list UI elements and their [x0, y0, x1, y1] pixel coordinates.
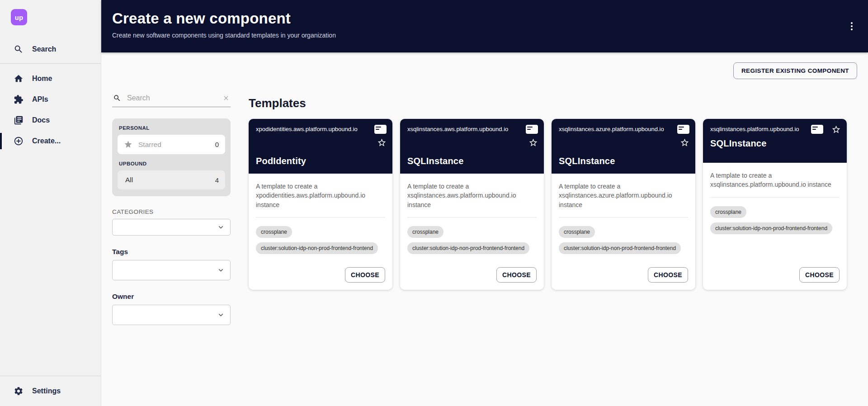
kebab-menu-icon[interactable] [847, 20, 856, 33]
search-icon [14, 44, 24, 54]
template-card-body: A template to create a xpodidentities.aw… [249, 174, 392, 290]
template-card-title: SQLInstance [407, 156, 537, 166]
filter-starred[interactable]: Starred 0 [118, 135, 225, 154]
tag-chip: crossplane [559, 226, 595, 238]
template-card-sqlinstance: xsqlinstances.platform.upbound.io SQLIns… [703, 119, 847, 290]
tag-chip: cluster:solution-idp-non-prod-frontend-f… [710, 222, 832, 234]
template-card-body: A template to create a xsqlinstances.aws… [400, 174, 544, 290]
actions-row: REGISTER EXISTING COMPONENT [112, 62, 857, 79]
template-card-podidentity: xpodidentities.aws.platform.upbound.io P… [249, 119, 392, 290]
choose-button[interactable]: CHOOSE [496, 267, 537, 283]
template-icon [526, 125, 538, 134]
tag-chip: cluster:solution-idp-non-prod-frontend-f… [559, 242, 681, 254]
sidebar-item-settings[interactable]: Settings [0, 381, 101, 401]
sidebar-item-label: Home [32, 75, 52, 83]
tag-chip: crossplane [710, 206, 746, 218]
page-header: Create a new component Create new softwa… [101, 0, 868, 52]
sidebar-item-label: Search [32, 45, 56, 53]
choose-button[interactable]: CHOOSE [345, 267, 385, 283]
chevron-down-icon [217, 223, 225, 231]
template-card-type: xpodidentities.aws.platform.upbound.io [256, 126, 385, 133]
sidebar-item-create[interactable]: Create... [0, 131, 101, 151]
template-card-description: A template to create a xpodidentities.aw… [256, 182, 385, 209]
page-title: Create a new component [112, 10, 857, 27]
star-outline-icon[interactable] [377, 138, 387, 147]
template-card-type: xsqlinstances.aws.platform.upbound.io [407, 126, 537, 133]
star-outline-icon[interactable] [528, 138, 538, 147]
tags-filter-group: Tags [112, 248, 231, 280]
template-card-header: xsqlinstances.aws.platform.upbound.io SQ… [400, 119, 544, 174]
card-divider [559, 217, 688, 217]
filter-all-count: 4 [215, 176, 219, 184]
sidebar-item-home[interactable]: Home [0, 68, 101, 89]
choose-button[interactable]: CHOOSE [648, 267, 688, 283]
tag-chip: crossplane [407, 226, 443, 238]
logo-text: up [15, 14, 23, 21]
filter-all-label: All [125, 176, 215, 184]
puzzle-icon [14, 94, 24, 104]
page-content: REGISTER EXISTING COMPONENT PERSONAL Sta… [101, 52, 868, 406]
owner-label: Owner [112, 293, 231, 301]
home-icon [14, 74, 24, 84]
sidebar-divider [0, 63, 101, 64]
clear-search-icon[interactable] [222, 94, 230, 102]
categories-select[interactable] [112, 219, 231, 236]
choose-row: CHOOSE [256, 267, 385, 283]
template-card-title: SQLInstance [559, 156, 688, 166]
template-card-header: xsqlinstances.azure.platform.upbound.io … [552, 119, 695, 174]
sidebar-spacer [0, 151, 101, 372]
filter-starred-count: 0 [215, 141, 219, 148]
owner-select[interactable] [112, 305, 231, 325]
main-area: Create a new component Create new softwa… [101, 0, 868, 406]
sidebar: up Search Home APIs Docs Create... Setti… [0, 0, 101, 406]
sidebar-item-search[interactable]: Search [0, 39, 101, 60]
tag-chip: cluster:solution-idp-non-prod-frontend-f… [256, 242, 378, 254]
template-card-title: PodIdentity [256, 156, 385, 166]
choose-button[interactable]: CHOOSE [799, 267, 840, 283]
tag-chip: cluster:solution-idp-non-prod-frontend-f… [407, 242, 529, 254]
ownership-filter-panel: PERSONAL Starred 0 UPBOUND All 4 [112, 118, 231, 196]
card-divider [710, 197, 840, 198]
template-search-field [112, 94, 231, 107]
choose-row: CHOOSE [559, 267, 688, 283]
template-card-description: A template to create a xsqlinstances.azu… [559, 182, 688, 209]
tags-select[interactable] [112, 260, 231, 280]
docs-icon [14, 115, 24, 125]
template-card-sqlinstance-aws: xsqlinstances.aws.platform.upbound.io SQ… [400, 119, 544, 290]
star-outline-icon[interactable] [680, 138, 689, 147]
filter-sidebar: PERSONAL Starred 0 UPBOUND All 4 CATEGOR… [112, 94, 231, 325]
sidebar-item-apis[interactable]: APIs [0, 89, 101, 110]
template-card-body: A template to create a xsqlinstances.azu… [552, 174, 695, 290]
register-existing-component-button[interactable]: REGISTER EXISTING COMPONENT [733, 62, 857, 79]
sidebar-item-label: Create... [32, 137, 61, 145]
template-card-sqlinstance-azure: xsqlinstances.azure.platform.upbound.io … [552, 119, 695, 290]
sidebar-item-label: APIs [32, 95, 48, 104]
gear-icon [14, 386, 24, 396]
tag-chip: crossplane [256, 226, 292, 238]
search-input[interactable] [126, 94, 222, 103]
tags-label: Tags [112, 248, 231, 256]
star-outline-icon[interactable] [831, 125, 841, 134]
upbound-logo[interactable]: up [11, 9, 27, 25]
page-subtitle: Create new software components using sta… [112, 32, 857, 39]
template-icon [374, 125, 387, 134]
template-card-title: SQLInstance [710, 138, 840, 149]
choose-row: CHOOSE [407, 267, 537, 283]
template-card-body: A template to create a xsqlinstances.pla… [703, 163, 847, 290]
add-circle-icon [14, 136, 24, 146]
sidebar-divider [0, 376, 101, 376]
filter-all[interactable]: All 4 [118, 170, 225, 189]
templates-section: Templates xpodidentities.aws.platform.up… [249, 94, 857, 290]
chevron-down-icon [217, 311, 225, 319]
sidebar-item-docs[interactable]: Docs [0, 110, 101, 131]
body-row: PERSONAL Starred 0 UPBOUND All 4 CATEGOR… [112, 94, 857, 325]
template-icon [677, 125, 689, 134]
star-icon [124, 140, 132, 149]
template-icon [811, 125, 823, 134]
upbound-section-label: UPBOUND [119, 161, 225, 166]
choose-row: CHOOSE [710, 267, 840, 283]
search-icon [113, 94, 121, 102]
filter-starred-label: Starred [138, 141, 215, 149]
sidebar-footer: Settings [0, 372, 101, 401]
chevron-down-icon [217, 266, 225, 274]
